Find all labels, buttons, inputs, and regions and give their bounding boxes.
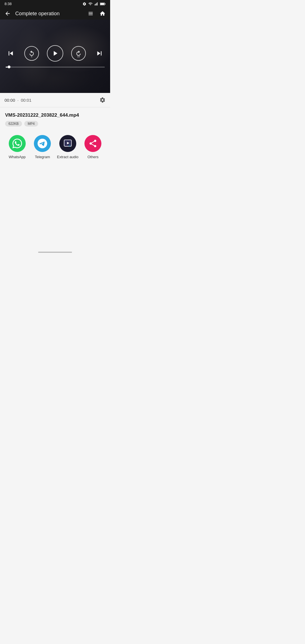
play-icon (47, 45, 63, 62)
back-button[interactable] (5, 10, 11, 17)
svg-text:♫: ♫ (68, 144, 71, 147)
top-bar-actions (88, 10, 106, 17)
playback-controls: 5 15 (5, 45, 105, 62)
status-time: 8:38 (5, 2, 12, 6)
file-info: VMS-20231222_203822_644.mp4 622KB MP4 (0, 107, 110, 129)
others-icon-circle (84, 135, 101, 152)
status-bar: 8:38 (0, 0, 110, 8)
share-telegram[interactable]: Telegram (30, 135, 55, 159)
time-separator: · (18, 98, 19, 103)
next-icon (94, 48, 105, 59)
others-icon (88, 139, 97, 148)
telegram-icon-circle (34, 135, 51, 152)
prev-button[interactable] (5, 48, 16, 59)
video-player: 5 15 (0, 19, 110, 93)
file-size-tag: 622KB (5, 121, 22, 127)
share-others[interactable]: Others (80, 135, 106, 159)
progress-track[interactable] (6, 67, 105, 68)
settings-button[interactable] (99, 97, 106, 103)
file-type-tag: MP4 (24, 121, 38, 127)
home-button[interactable] (99, 10, 106, 17)
top-bar: Complete operation (0, 8, 110, 19)
share-extract-audio[interactable]: ♫ Extract audio (55, 135, 80, 159)
others-label: Others (88, 155, 99, 159)
svg-rect-5 (105, 3, 105, 5)
svg-rect-1 (95, 3, 96, 5)
battery-icon (100, 2, 106, 6)
forward-button[interactable]: 15 (71, 46, 86, 61)
telegram-icon (38, 139, 47, 148)
extract-icon-circle: ♫ (59, 135, 76, 152)
progress-area[interactable] (6, 67, 105, 68)
play-button[interactable] (47, 45, 63, 62)
signal-icon (94, 2, 98, 6)
whatsapp-label: WhatsApp (9, 155, 26, 159)
wifi-icon (88, 2, 93, 6)
forward-icon: 15 (71, 46, 86, 61)
share-row: WhatsApp Telegram ♫ Extract audio (0, 129, 110, 165)
gesture-bar (0, 249, 110, 255)
progress-fill (6, 67, 8, 68)
empty-area (0, 165, 110, 249)
settings-status-icon (82, 2, 86, 6)
prev-icon (5, 48, 16, 59)
progress-thumb[interactable] (8, 66, 10, 68)
gesture-line (38, 252, 72, 253)
next-button[interactable] (94, 48, 105, 59)
share-whatsapp[interactable]: WhatsApp (5, 135, 30, 159)
whatsapp-icon-circle (9, 135, 26, 152)
playlist-button[interactable] (88, 10, 94, 17)
total-time: 00:01 (21, 98, 32, 103)
time-bar: 00:00 · 00:01 (0, 93, 110, 107)
extract-audio-label: Extract audio (57, 155, 79, 159)
svg-rect-2 (96, 3, 97, 5)
current-time: 00:00 (5, 98, 15, 103)
telegram-label: Telegram (35, 155, 50, 159)
page-title: Complete operation (15, 11, 83, 17)
file-name: VMS-20231222_203822_644.mp4 (5, 112, 105, 118)
whatsapp-icon (12, 139, 22, 148)
settings-icon (99, 97, 106, 103)
svg-rect-0 (95, 4, 95, 5)
status-icons (82, 2, 106, 6)
file-tags: 622KB MP4 (5, 121, 105, 127)
svg-rect-3 (97, 2, 98, 5)
rewind-icon: 5 (24, 46, 39, 61)
svg-rect-6 (100, 3, 104, 5)
rewind-button[interactable]: 5 (24, 46, 39, 61)
extract-audio-icon: ♫ (63, 139, 73, 148)
